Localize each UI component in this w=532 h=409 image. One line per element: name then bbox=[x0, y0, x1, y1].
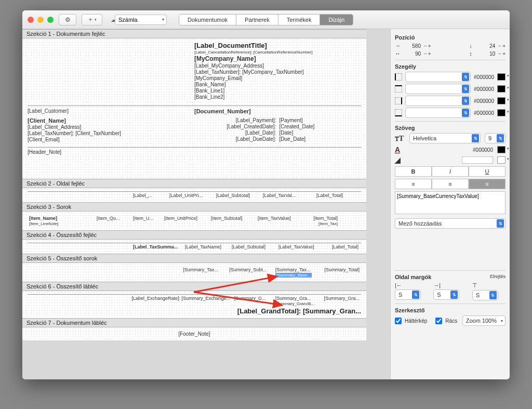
col-unitprice[interactable]: [Label_UnitPri... bbox=[168, 193, 215, 198]
field-lbl-customer[interactable]: [Label_Customer] bbox=[28, 108, 194, 114]
section-4-header[interactable]: Szekció 4 - Összesítő fejléc bbox=[22, 230, 366, 240]
minimize-icon[interactable] bbox=[37, 17, 44, 23]
tab-products[interactable]: Termékek bbox=[278, 15, 321, 25]
add-button[interactable]: ＋ ▾ bbox=[82, 14, 102, 25]
section-3-header[interactable]: Szekció 3 - Sorok bbox=[22, 202, 366, 212]
bold-button[interactable]: B bbox=[395, 166, 432, 177]
col-label[interactable]: [Label_... bbox=[131, 193, 168, 198]
margin-top-select[interactable]: S bbox=[472, 290, 498, 300]
field-client-email[interactable]: [Client_Email] bbox=[28, 137, 194, 142]
field-company-name[interactable]: [MyCompany_Name] bbox=[194, 55, 361, 62]
pos-w[interactable]: 90 bbox=[405, 51, 421, 57]
field-sumg2[interactable]: [Summary_Gra... bbox=[275, 296, 311, 301]
field-date[interactable]: [Date] bbox=[280, 130, 362, 136]
border-top-style[interactable] bbox=[405, 84, 471, 94]
field-taxname[interactable]: [Label_TaxName] bbox=[183, 244, 230, 249]
tab-documents[interactable]: Dokumentumok bbox=[179, 15, 236, 25]
field-item-name[interactable]: [Item_Name] bbox=[29, 216, 57, 221]
field-exchange[interactable]: [Label_ExchangeRate]: [Summary_ExchangeR… bbox=[130, 296, 233, 306]
text-color-swatch[interactable] bbox=[497, 146, 506, 153]
section-7-header[interactable]: Szekció 7 - Dokumentum lábléc bbox=[22, 318, 366, 327]
border-right-style[interactable] bbox=[405, 96, 471, 106]
field-grandb[interactable]: [Summary_GrandB... bbox=[275, 301, 314, 306]
field-client-tax[interactable]: [Label_TaxNumber]: [Client_TaxNumber] bbox=[28, 130, 194, 136]
field-lbl-payment[interactable]: [Label_Payment]: bbox=[194, 117, 276, 123]
field-subtotal4[interactable]: [Label_Subtotal] bbox=[230, 244, 277, 249]
fill-swatch[interactable] bbox=[497, 156, 506, 164]
pos-y-dec[interactable]: − bbox=[498, 43, 501, 49]
italic-button[interactable]: I bbox=[432, 166, 469, 177]
design-canvas[interactable]: Szekció 1 - Dokumentum fejléc [Label_Doc… bbox=[22, 29, 390, 379]
field-lbl-created[interactable]: [Label_CreatedDate]: bbox=[194, 124, 276, 129]
align-right-button[interactable]: ≡ bbox=[469, 179, 506, 189]
field-sum-tax[interactable]: [Summary_Tax... bbox=[181, 267, 228, 278]
pos-h[interactable]: 10 bbox=[480, 51, 495, 57]
field-doc-number[interactable]: [Document_Number] bbox=[194, 108, 361, 114]
col-subtotal[interactable]: [Label_Subtotal] bbox=[215, 193, 261, 198]
tab-design[interactable]: Dizájn bbox=[320, 15, 353, 25]
pos-x-inc[interactable]: + bbox=[428, 43, 431, 49]
pos-w-inc[interactable]: + bbox=[428, 51, 431, 57]
field-taxval4[interactable]: [Label_TaxValue] bbox=[277, 244, 324, 249]
border-bottom-color[interactable]: #000000 bbox=[474, 110, 494, 116]
field-bank-line1[interactable]: [Bank_Line1] bbox=[194, 88, 361, 94]
doctype-select[interactable]: Számla bbox=[115, 15, 167, 25]
pos-x-dec[interactable]: − bbox=[424, 43, 427, 49]
text-color-value[interactable]: #000000 bbox=[473, 147, 493, 153]
field-due[interactable]: [Due_Date] bbox=[280, 136, 362, 142]
field-client-addr[interactable]: [Label_Client_Address] bbox=[28, 124, 194, 130]
field-lbl-date[interactable]: [Label_Date]: bbox=[194, 130, 276, 136]
field-payment[interactable]: [Payment] bbox=[280, 117, 362, 123]
bg-checkbox[interactable] bbox=[395, 318, 402, 324]
field-footer-note[interactable]: [Footer_Note] bbox=[28, 331, 361, 337]
field-selected-summary-base[interactable]: [Summary_Base... bbox=[275, 273, 312, 278]
field-sum-subt[interactable]: [Summary_Subt... bbox=[228, 267, 274, 278]
border-top-swatch[interactable] bbox=[497, 85, 506, 93]
border-top-color[interactable]: #000000 bbox=[474, 86, 494, 92]
field-item-note[interactable]: [Item_LineNote] bbox=[29, 221, 58, 226]
pos-h-inc[interactable]: + bbox=[502, 51, 506, 57]
field-item-subtotal[interactable]: [Item_Subtotal] bbox=[209, 216, 256, 226]
border-left-style[interactable] bbox=[405, 72, 471, 82]
border-bottom-style[interactable] bbox=[405, 108, 471, 118]
field-sum-tax2[interactable]: [Summary_Tax... bbox=[275, 267, 311, 272]
pos-y-inc[interactable]: + bbox=[502, 43, 506, 49]
field-bank-name[interactable]: [Bank_Name] bbox=[194, 82, 361, 87]
field-cancel-ref[interactable]: [Label_CancellationReference]: [Cancella… bbox=[194, 50, 361, 55]
zoom-select[interactable]: Zoom 100% bbox=[462, 315, 506, 326]
add-field-select[interactable]: Mező hozzáadás bbox=[395, 218, 506, 229]
field-sumg3[interactable]: [Summary_Gra... bbox=[320, 296, 361, 306]
margin-right-select[interactable]: S bbox=[433, 289, 459, 300]
close-icon[interactable] bbox=[28, 17, 34, 23]
margin-left-select[interactable]: S bbox=[395, 289, 421, 300]
field-doc-title[interactable]: [Label_DocumentTitle] bbox=[194, 42, 361, 49]
section-1-header[interactable]: Szekció 1 - Dokumentum fejléc bbox=[22, 29, 366, 38]
border-right-icon[interactable] bbox=[395, 97, 402, 104]
section-2-header[interactable]: Szekció 2 - Oldal fejléc bbox=[22, 179, 366, 188]
gear-button[interactable]: ⚙ bbox=[59, 14, 76, 25]
border-left-icon[interactable] bbox=[395, 73, 402, 81]
grid-checkbox[interactable] bbox=[435, 318, 442, 324]
field-item-tax[interactable]: [Item_Tax] bbox=[318, 221, 338, 226]
underline-button[interactable]: U bbox=[469, 166, 506, 177]
field-header-note[interactable]: [Header_Note] bbox=[28, 147, 361, 155]
field-sum-total[interactable]: [Summary_Total] bbox=[320, 267, 361, 278]
font-select[interactable]: Helvetica bbox=[409, 133, 481, 143]
field-item-taxval[interactable]: [Item_TaxValue] bbox=[256, 216, 303, 226]
field-taxsum-lbl[interactable]: [Label_TaxSumma... bbox=[131, 244, 183, 249]
field-created[interactable]: [Created_Date] bbox=[280, 124, 362, 129]
align-center-button[interactable]: ≡ bbox=[432, 179, 469, 189]
border-top-icon[interactable] bbox=[395, 85, 402, 93]
field-sumg1[interactable]: [Summary_G... bbox=[233, 296, 274, 306]
border-bottom-swatch[interactable] bbox=[497, 109, 506, 116]
field-bank-line2[interactable]: [Bank_Line2] bbox=[194, 94, 361, 100]
maximize-icon[interactable] bbox=[47, 17, 54, 23]
field-item-qu[interactable]: [Item_Qu... bbox=[95, 216, 131, 226]
align-left-button[interactable]: ≡ bbox=[395, 179, 432, 189]
border-right-color[interactable]: #000000 bbox=[474, 98, 494, 104]
field-total4[interactable]: [Label_Total] bbox=[324, 244, 360, 249]
fill-color-input[interactable] bbox=[462, 156, 493, 164]
field-item-unitprice[interactable]: [Item_UnitPrice] bbox=[163, 216, 209, 226]
col-taxval[interactable]: [Label_TaxVal... bbox=[261, 193, 308, 198]
field-client-name[interactable]: [Client_Name] bbox=[28, 117, 194, 124]
